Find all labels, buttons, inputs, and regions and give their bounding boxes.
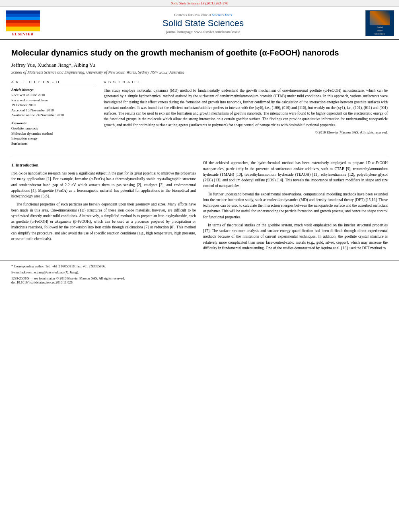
body-section: 1. Introduction Iron oxide nanoparticle … (11, 160, 388, 253)
elsevier-logo-left: ELSEVIER (5, 10, 41, 36)
keyword-4: Surfactants (11, 141, 96, 146)
elsevier-graphic (6, 10, 40, 31)
intro-para-1: Iron oxide nanoparticle research has bee… (11, 170, 196, 199)
received-date: Received 28 June 2010 (11, 92, 96, 98)
section-divider (11, 155, 388, 155)
copyright-line: © 2010 Elsevier Masson SAS. All rights r… (104, 130, 388, 134)
article-info-label: A R T I C L E I N F O (11, 80, 96, 85)
keyword-1: Goethite nanorods (11, 126, 96, 131)
keywords-label: Keywords: (11, 121, 96, 125)
keywords-block: Keywords: Goethite nanorods Molecular dy… (11, 121, 96, 146)
logo-text-state: State (377, 29, 383, 32)
article-info-column: A R T I C L E I N F O Article history: R… (11, 80, 96, 149)
elsevier-label: ELSEVIER (12, 32, 34, 36)
body-right-para-2: To further understand beyond the experim… (203, 191, 388, 220)
sciencedirect-link: Contents lists available at ScienceDirec… (45, 13, 361, 17)
revised-label: Received in revised form (11, 98, 96, 103)
revised-date: 19 October 2010 (11, 103, 96, 108)
info-abstract-section: A R T I C L E I N F O Article history: R… (11, 80, 388, 149)
journal-title: Solid State Sciences (45, 18, 361, 29)
abstract-label: A B S T R A C T (104, 80, 388, 85)
keyword-2: Molecular dynamics method (11, 131, 96, 136)
accepted-date: Accepted 16 November 2010 (11, 108, 96, 113)
journal-logo-right: Solid State Sciences (365, 10, 394, 36)
journal-header: ELSEVIER Contents lists available at Sci… (0, 7, 399, 40)
email-note: E-mail address: xcjiang@unsw.edu.au (X. … (11, 270, 388, 275)
intro-para-2: The functional properties of such partic… (11, 201, 196, 242)
history-label: Article history: (11, 88, 96, 92)
body-right-para-1: Of the achieved approaches, the hydroche… (203, 160, 388, 189)
journal-center: Contents lists available at ScienceDirec… (45, 13, 361, 34)
journal-homepage: journal homepage: www.elsevier.com/locat… (45, 30, 361, 34)
journal-reference-bar: Solid State Sciences 13 (2011) 263–270 (0, 0, 399, 7)
article-footer: * Corresponding author. Tel.: +61 2 9385… (0, 261, 399, 287)
sciencedirect-text: ScienceDirect (212, 13, 232, 17)
article-title: Molecular dynamics study on the growth m… (11, 47, 388, 58)
keyword-3: Interaction energy (11, 136, 96, 141)
abstract-text: This study employs molecular dynamics (M… (104, 88, 388, 128)
issn-line: 1293-2558/$ — see front matter © 2010 El… (11, 276, 388, 284)
article-content: Molecular dynamics study on the growth m… (0, 40, 399, 261)
authors-text: Jeffrey Yue, Xuchuan Jiang*, Aibing Yu (11, 62, 95, 68)
authors-line: Jeffrey Yue, Xuchuan Jiang*, Aibing Yu (11, 62, 388, 68)
article-history-block: Article history: Received 28 June 2010 R… (11, 88, 96, 118)
body-right-column: Of the achieved approaches, the hydroche… (203, 160, 388, 253)
logo-text-sciences: Sciences (374, 33, 385, 35)
journal-ref-text: Solid State Sciences 13 (2011) 263–270 (171, 1, 228, 5)
body-right-para-3: In terms of theoretical studies on the g… (203, 222, 388, 251)
affiliation: School of Materials Science and Engineer… (11, 70, 388, 74)
journal-logo-graphic (370, 11, 390, 25)
abstract-column: A B S T R A C T This study employs molec… (104, 80, 388, 149)
available-date: Available online 24 November 2010 (11, 113, 96, 118)
logo-text-solid: Solid (377, 26, 383, 29)
body-left-column: 1. Introduction Iron oxide nanoparticle … (11, 160, 196, 253)
intro-section-title: 1. Introduction (11, 162, 196, 168)
corresponding-author-note: * Corresponding author. Tel.: +61 2 9385… (11, 264, 388, 269)
